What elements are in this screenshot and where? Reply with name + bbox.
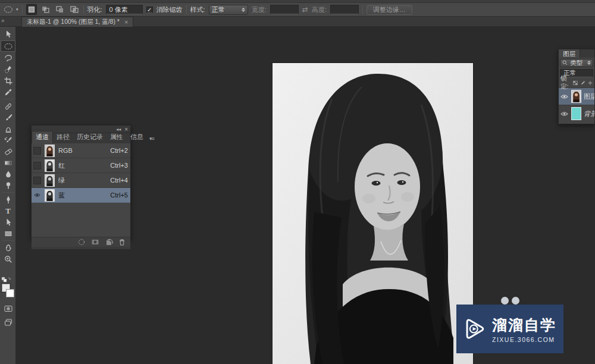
feather-input[interactable]: 0 像素 (106, 5, 143, 14)
channel-row-blue[interactable]: 蓝 Ctrl+5 (32, 188, 130, 203)
width-input[interactable] (270, 5, 299, 14)
visibility-toggle[interactable] (560, 109, 569, 118)
save-selection-icon[interactable] (91, 239, 99, 246)
channel-shortcut: Ctrl+4 (110, 177, 128, 184)
add-to-selection-button[interactable] (40, 4, 51, 15)
default-colors-icon[interactable] (1, 277, 14, 283)
channel-thumbnail (45, 189, 55, 202)
history-brush-tool[interactable] (1, 134, 15, 146)
channel-name: 蓝 (58, 191, 107, 200)
tools-panel-collapse-icon[interactable]: » (1, 17, 4, 24)
channel-row-red[interactable]: 红 Ctrl+3 (32, 158, 130, 173)
channel-name: 绿 (58, 176, 107, 185)
tool-preset-picker[interactable]: ▾ (4, 5, 18, 14)
panel-resize-grip[interactable] (32, 247, 130, 249)
add-selection-icon (42, 6, 50, 13)
channel-shortcut: Ctrl+2 (110, 147, 128, 154)
new-selection-button[interactable] (26, 4, 37, 15)
style-dropdown[interactable]: 正常 (209, 5, 248, 15)
feather-label: 羽化: (87, 5, 102, 14)
background-color-swatch[interactable] (6, 289, 14, 297)
clone-stamp-tool[interactable] (1, 123, 15, 134)
channels-panel-tabs: 通道 路径 历史记录 属性 信息 ▾≡ (32, 133, 130, 143)
eye-icon (560, 94, 568, 99)
blur-tool[interactable] (1, 168, 15, 180)
layer-row-background[interactable]: 背景 (559, 105, 594, 122)
visibility-toggle[interactable] (33, 147, 41, 155)
subtract-from-selection-button[interactable] (55, 4, 65, 15)
eye-icon (560, 111, 568, 117)
tab-history[interactable]: 历史记录 (73, 131, 107, 143)
type-tool-glyph: T (5, 206, 11, 216)
intersect-selection-button[interactable] (69, 4, 80, 15)
quick-selection-tool[interactable] (1, 64, 15, 75)
intersect-selection-icon (70, 6, 79, 13)
layer-filter-dropdown[interactable]: 类型 (560, 59, 593, 67)
visibility-toggle[interactable] (33, 177, 41, 184)
tab-layers[interactable]: 图层 (559, 49, 580, 58)
layer-thumbnail (571, 90, 581, 103)
load-selection-icon[interactable] (77, 239, 86, 246)
eraser-tool[interactable] (1, 146, 15, 157)
delete-channel-icon[interactable] (118, 239, 126, 246)
eyedropper-tool[interactable] (1, 86, 15, 98)
visibility-toggle[interactable] (33, 162, 41, 170)
zoom-tool[interactable] (1, 253, 15, 265)
height-input[interactable] (330, 5, 359, 14)
caret-down-icon: ▾ (16, 7, 18, 12)
updown-arrows-icon (587, 61, 591, 65)
feather-value: 0 像素 (109, 5, 128, 14)
channels-panel-footer (32, 237, 130, 247)
visibility-toggle[interactable] (560, 92, 569, 101)
style-value: 正常 (212, 5, 238, 14)
elliptical-marquee-icon (4, 5, 14, 14)
lock-position-icon[interactable] (588, 80, 593, 86)
updown-arrows-icon (242, 8, 245, 12)
tab-info[interactable]: 信息 (127, 131, 147, 143)
height-label: 高度: (312, 5, 327, 14)
swap-dimensions-icon[interactable]: ⇄ (302, 5, 308, 14)
gradient-tool[interactable] (1, 157, 15, 168)
lock-transparency-icon[interactable] (573, 80, 578, 86)
watermark-banner: 溜溜自学 ZIXUE.3066.COM (456, 305, 563, 353)
quick-mask-button[interactable] (1, 303, 15, 314)
tab-channels[interactable]: 通道 (32, 131, 53, 143)
channels-panel: ◂◂ × 通道 路径 历史记录 属性 信息 ▾≡ RGB Ctrl+2 (31, 125, 131, 239)
pen-tool[interactable] (1, 194, 15, 205)
lasso-tool[interactable] (1, 52, 15, 64)
play-logo-icon (464, 315, 486, 343)
tab-properties[interactable]: 属性 (107, 131, 127, 143)
photoshop-window: ▾ 羽化: 0 像素 ✓ 消除锯齿 样式: 正常 (0, 0, 595, 364)
screen-mode-button[interactable] (1, 316, 15, 328)
refine-edge-button[interactable]: 调整边缘… (367, 5, 412, 15)
tab-paths[interactable]: 路径 (53, 131, 73, 143)
subtract-selection-icon (56, 6, 64, 13)
filter-type-label: 类型 (570, 59, 585, 67)
layers-panel-tabs: 图层 (559, 49, 594, 58)
panel-menu-icon[interactable]: ▾≡ (147, 136, 156, 143)
elliptical-marquee-tool[interactable] (1, 40, 15, 52)
channel-thumbnail (45, 174, 55, 187)
channel-row-green[interactable]: 绿 Ctrl+4 (32, 173, 130, 188)
document-tab[interactable]: 未标题-1 @ 100% (图层 1, 蓝/8) * × (21, 17, 133, 27)
channel-list: RGB Ctrl+2 红 Ctrl+3 绿 Ctrl+4 (32, 143, 130, 203)
channel-row-rgb[interactable]: RGB Ctrl+2 (32, 143, 130, 158)
antialias-checkbox[interactable]: ✓ (146, 7, 153, 13)
lock-pixels-brush-icon[interactable] (580, 80, 585, 86)
move-tool[interactable] (1, 29, 15, 40)
dodge-tool[interactable] (1, 180, 15, 191)
crop-tool[interactable] (1, 75, 15, 86)
shape-tool[interactable] (1, 228, 15, 239)
brush-tool[interactable] (1, 112, 15, 123)
canvas-image[interactable] (273, 63, 473, 364)
lock-label: 锁定: (560, 74, 571, 91)
hand-tool[interactable] (1, 242, 15, 253)
path-selection-tool[interactable] (1, 216, 15, 228)
tab-close-icon[interactable]: × (124, 18, 128, 26)
watermark-title: 溜溜自学 (492, 315, 556, 335)
healing-brush-tool[interactable] (1, 101, 15, 112)
visibility-toggle[interactable] (33, 192, 41, 199)
new-channel-icon[interactable] (105, 239, 113, 246)
type-tool[interactable]: T (1, 205, 15, 216)
tool-separator (2, 240, 14, 241)
